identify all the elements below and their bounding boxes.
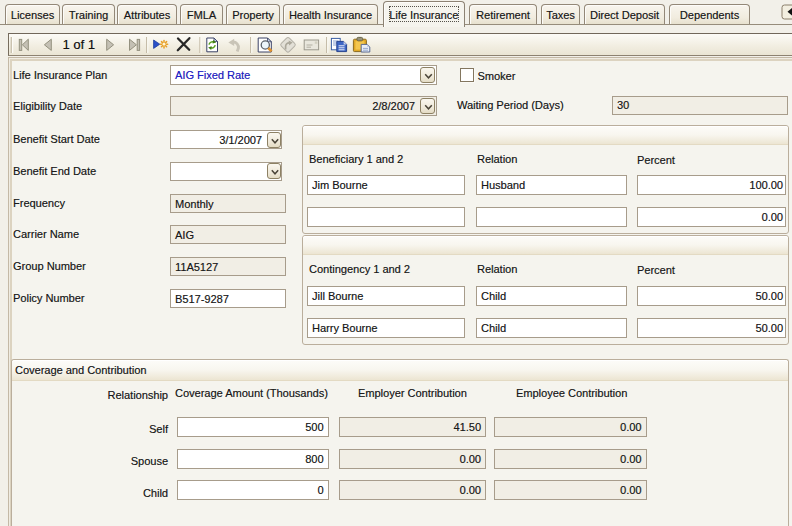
svg-text:1 of 1: 1 of 1 bbox=[63, 37, 96, 52]
